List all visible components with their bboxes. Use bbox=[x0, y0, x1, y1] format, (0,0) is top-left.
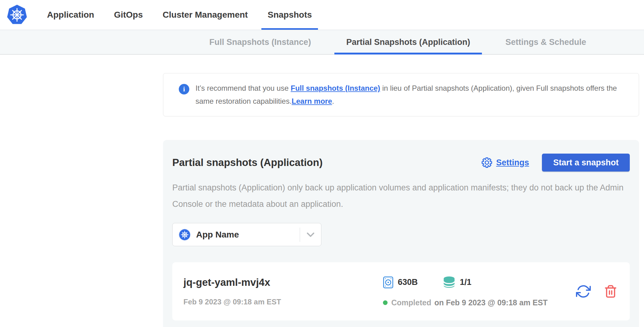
info-icon: i bbox=[179, 84, 189, 94]
green-status-dot bbox=[383, 300, 388, 305]
banner-text-before: It’s recommend that you use bbox=[195, 84, 291, 92]
tab-settings-schedule[interactable]: Settings & Schedule bbox=[494, 30, 598, 54]
nav-item-application[interactable]: Application bbox=[37, 0, 104, 30]
panel-header: Partial snapshots (Application) Settings… bbox=[172, 154, 630, 172]
snapshot-volumes-value: 1/1 bbox=[460, 277, 472, 287]
snapshot-started-timestamp: Feb 9 2023 @ 09:18 am EST bbox=[183, 298, 383, 306]
banner-text-after: . bbox=[332, 97, 334, 105]
panel-title: Partial snapshots (Application) bbox=[172, 157, 481, 168]
app-select-dropdown[interactable]: App Name bbox=[172, 223, 321, 246]
nav-item-gitops[interactable]: GitOps bbox=[104, 0, 152, 30]
snapshot-finished-timestamp: on Feb 9 2023 @ 09:18 am EST bbox=[434, 298, 547, 307]
nav-item-snapshots[interactable]: Snapshots bbox=[258, 0, 322, 30]
snapshots-sub-navigation: Full Snapshots (Instance) Partial Snapsh… bbox=[0, 30, 644, 54]
snapshot-actions bbox=[576, 284, 619, 299]
kubernetes-app-icon bbox=[179, 229, 191, 241]
info-banner: i It’s recommend that you use Full snaps… bbox=[163, 73, 639, 116]
snapshot-status-line: Completed on Feb 9 2023 @ 09:18 am EST bbox=[383, 298, 576, 307]
snapshot-name: jq-get-yaml-mvj4x bbox=[183, 277, 383, 288]
restore-icon bbox=[576, 284, 591, 299]
trash-icon bbox=[604, 285, 617, 298]
full-snapshots-instance-link[interactable]: Full snapshots (Instance) bbox=[291, 84, 380, 92]
gear-icon bbox=[481, 157, 492, 168]
nav-item-cluster-management[interactable]: Cluster Management bbox=[153, 0, 258, 30]
snapshot-settings-link[interactable]: Settings bbox=[481, 157, 529, 168]
delete-snapshot-button[interactable] bbox=[604, 285, 617, 298]
snapshot-list-item[interactable]: jq-get-yaml-mvj4x Feb 9 2023 @ 09:18 am … bbox=[172, 262, 630, 320]
snapshot-status: Completed bbox=[391, 298, 431, 307]
top-navigation: Application GitOps Cluster Management Sn… bbox=[0, 0, 644, 30]
database-icon bbox=[443, 276, 456, 289]
tab-partial-snapshots-application[interactable]: Partial Snapshots (Application) bbox=[334, 30, 482, 54]
disk-icon bbox=[383, 276, 393, 289]
panel-description: Partial snapshots (Application) only bac… bbox=[172, 180, 627, 212]
snapshot-volumes-stat: 1/1 bbox=[443, 276, 472, 289]
info-banner-text: It’s recommend that you use Full snapsho… bbox=[195, 82, 626, 108]
tab-full-snapshots-instance[interactable]: Full Snapshots (Instance) bbox=[198, 30, 323, 54]
restore-snapshot-button[interactable] bbox=[576, 284, 591, 299]
snapshot-size-stat: 630B bbox=[383, 276, 418, 289]
settings-link-label: Settings bbox=[496, 158, 529, 168]
chevron-down-icon[interactable] bbox=[300, 232, 321, 237]
snapshot-main-info: jq-get-yaml-mvj4x Feb 9 2023 @ 09:18 am … bbox=[183, 277, 383, 306]
partial-snapshots-panel: Partial snapshots (Application) Settings… bbox=[163, 140, 639, 327]
snapshot-size-value: 630B bbox=[398, 277, 418, 287]
snapshot-stats-line: 630B 1/1 bbox=[383, 276, 576, 289]
learn-more-link[interactable]: Learn more bbox=[292, 97, 332, 105]
snapshot-stats: 630B 1/1 Completed on Feb 9 2023 @ bbox=[383, 276, 576, 307]
start-snapshot-button[interactable]: Start a snapshot bbox=[542, 154, 630, 172]
app-select-value: App Name bbox=[196, 230, 300, 240]
kubernetes-logo bbox=[6, 4, 28, 25]
main-content: i It’s recommend that you use Full snaps… bbox=[0, 54, 644, 327]
